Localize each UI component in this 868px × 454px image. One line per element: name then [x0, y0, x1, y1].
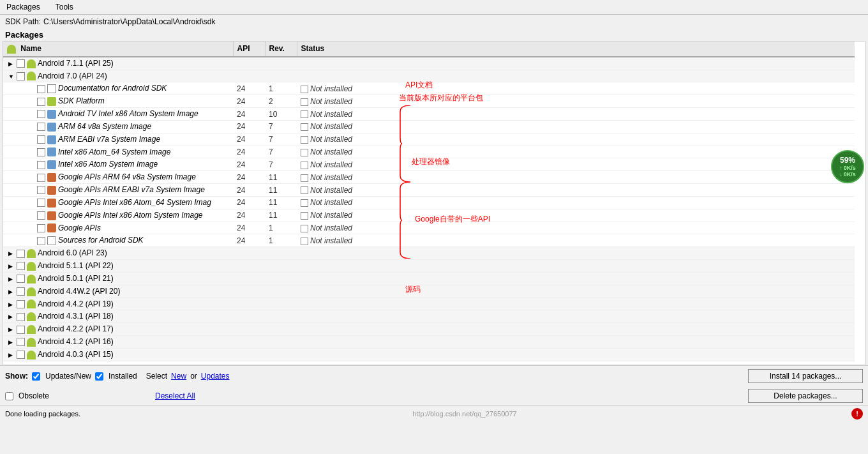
row-status-cell: Not installed — [297, 108, 386, 121]
row-checkbox[interactable] — [17, 351, 25, 359]
row-checkbox[interactable] — [17, 338, 25, 346]
toggle-icon[interactable]: ▶ — [8, 301, 15, 308]
row-checkbox[interactable] — [17, 262, 25, 270]
row-status-cell — [297, 70, 386, 82]
row-checkbox-status[interactable] — [301, 86, 308, 93]
row-checkbox[interactable] — [17, 326, 25, 334]
row-name-text: Android 6.0 (API 23) — [38, 248, 107, 257]
status-text-value: Not installed — [310, 223, 352, 232]
row-checkbox-status[interactable] — [301, 225, 308, 232]
row-checkbox[interactable] — [37, 98, 45, 106]
row-checkbox[interactable] — [37, 85, 45, 93]
table-row: SDK Platform242Not installed — [3, 95, 855, 108]
row-name-cell: ▼Android 7.0 (API 24) — [3, 70, 233, 82]
toggle-icon[interactable]: ▶ — [8, 339, 15, 345]
row-checkbox-status[interactable] — [301, 212, 308, 220]
row-extra-cell — [386, 120, 855, 133]
row-status-cell — [297, 57, 386, 70]
table-row: ▶Android 4.2.2 (API 17) — [3, 323, 855, 336]
row-checkbox-status[interactable] — [301, 238, 308, 245]
table-row: ▶Android 6.0 (API 23) — [3, 247, 855, 260]
row-checkbox[interactable] — [37, 224, 45, 232]
row-checkbox[interactable] — [17, 59, 25, 68]
status-bar: Done loading packages. http://blog.csdn.… — [0, 405, 868, 421]
row-checkbox[interactable] — [37, 237, 45, 245]
row-name-text: ARM EABI v7a System Image — [58, 135, 160, 144]
menu-packages[interactable]: Packages — [3, 1, 44, 13]
row-checkbox[interactable] — [37, 123, 45, 131]
col-header-status: Status — [297, 42, 386, 57]
row-checkbox[interactable] — [37, 174, 45, 182]
row-checkbox[interactable] — [37, 135, 45, 144]
row-icon — [47, 110, 56, 119]
toggle-icon[interactable]: ▼ — [8, 73, 15, 80]
toggle-icon[interactable]: ▶ — [8, 352, 15, 358]
row-name-text: Android 4.3.1 (API 18) — [38, 312, 114, 321]
table-row: ARM EABI v7a System Image247Not installe… — [3, 133, 855, 146]
row-api-cell: 24 — [233, 120, 265, 133]
row-checkbox[interactable] — [17, 72, 25, 80]
row-checkbox-status[interactable] — [301, 162, 308, 169]
row-extra-cell — [386, 234, 855, 247]
toggle-icon[interactable]: ▶ — [8, 314, 15, 320]
table-row: Google APIs Intel x86 Atom System Image2… — [3, 209, 855, 222]
row-checkbox-status[interactable] — [301, 123, 308, 131]
row-checkbox[interactable] — [37, 199, 45, 207]
row-name-cell: ▶Android 4.1.2 (API 16) — [3, 336, 233, 349]
row-checkbox[interactable] — [17, 250, 25, 258]
install-button[interactable]: Install 14 packages... — [748, 369, 863, 383]
row-name-text: SDK Platform — [58, 96, 105, 105]
row-checkbox[interactable] — [17, 287, 25, 296]
row-name-cell: SDK Platform — [3, 95, 233, 108]
status-text-value: Not installed — [310, 160, 352, 169]
row-extra-cell — [386, 285, 855, 298]
row-checkbox-status[interactable] — [301, 149, 308, 156]
menu-tools[interactable]: Tools — [52, 1, 77, 13]
table-scroll-area[interactable]: Name API Rev. Status ▶Android 7.1.1 (API… — [3, 42, 865, 365]
row-extra-cell — [386, 310, 855, 323]
updates-new-checkbox[interactable] — [32, 372, 40, 381]
row-icon — [47, 199, 56, 208]
row-status-cell — [297, 272, 386, 285]
row-checkbox[interactable] — [37, 110, 45, 118]
row-checkbox-status[interactable] — [301, 98, 308, 106]
row-icon — [27, 338, 36, 347]
row-checkbox[interactable] — [37, 161, 45, 169]
row-checkbox[interactable] — [17, 275, 25, 283]
row-icon — [27, 262, 36, 271]
installed-checkbox[interactable] — [95, 372, 103, 381]
row-checkbox[interactable] — [37, 211, 45, 220]
row-name-text: Google APIs — [58, 223, 101, 232]
col-header-extra — [386, 42, 855, 57]
row-extra-cell — [386, 184, 855, 197]
row-icon — [27, 312, 36, 321]
row-checkbox-status[interactable] — [301, 136, 308, 144]
row-checkbox[interactable] — [17, 300, 25, 308]
toggle-icon[interactable]: ▶ — [8, 289, 15, 295]
row-icon — [47, 97, 56, 106]
deselect-all-link[interactable]: Deselect All — [155, 391, 195, 400]
row-checkbox-status[interactable] — [301, 110, 308, 118]
row-checkbox-status[interactable] — [301, 199, 308, 207]
delete-button[interactable]: Delete packages... — [748, 389, 863, 403]
row-status-cell — [297, 247, 386, 260]
row-api-cell — [233, 298, 265, 310]
toggle-icon[interactable]: ▶ — [8, 250, 15, 257]
packages-table: Name API Rev. Status ▶Android 7.1.1 (API… — [3, 42, 855, 361]
row-checkbox[interactable] — [37, 148, 45, 156]
toggle-icon[interactable]: ▶ — [8, 61, 15, 67]
row-checkbox-status[interactable] — [301, 174, 308, 182]
obsolete-checkbox[interactable] — [5, 392, 13, 400]
updates-link[interactable]: Updates — [201, 372, 230, 381]
toggle-icon[interactable]: ▶ — [8, 276, 15, 282]
new-link[interactable]: New — [171, 372, 186, 381]
row-extra-cell — [386, 146, 855, 158]
row-checkbox[interactable] — [17, 313, 25, 321]
row-name-cell: Google APIs ARM 64 v8a System Image — [3, 171, 233, 184]
row-checkbox-status[interactable] — [301, 186, 308, 194]
toggle-icon[interactable]: ▶ — [8, 326, 15, 333]
row-checkbox[interactable] — [37, 186, 45, 194]
row-rev-cell: 7 — [265, 133, 297, 146]
row-icon — [47, 148, 56, 156]
toggle-icon[interactable]: ▶ — [8, 263, 15, 269]
